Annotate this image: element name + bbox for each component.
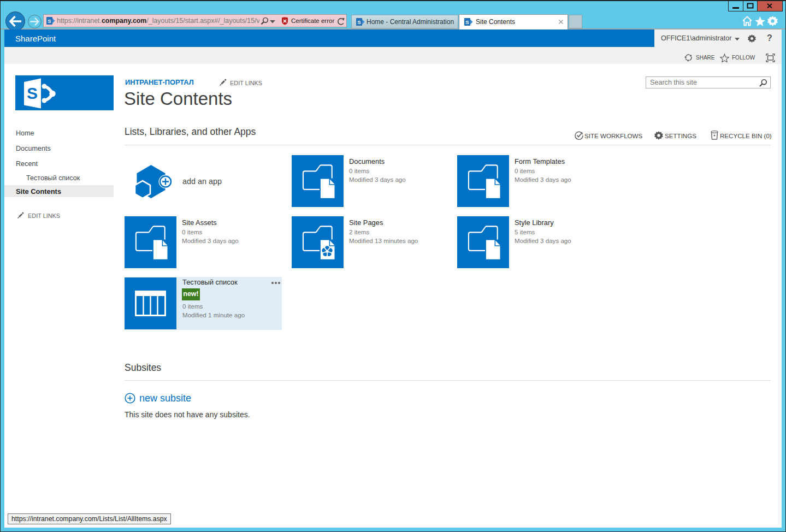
svg-text:S: S bbox=[48, 18, 51, 24]
svg-text:S: S bbox=[465, 19, 469, 25]
svg-text:S: S bbox=[27, 84, 38, 102]
svg-text:S: S bbox=[357, 19, 361, 25]
